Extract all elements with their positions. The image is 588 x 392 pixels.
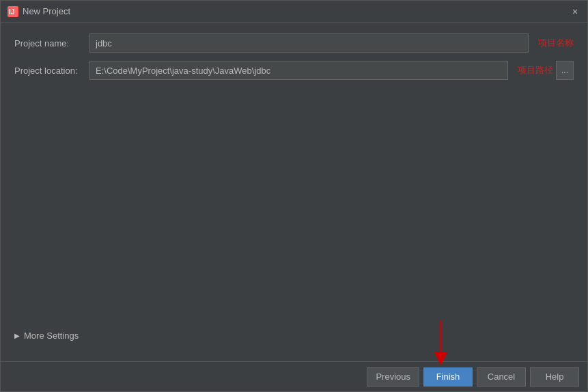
- spacer: [14, 88, 574, 326]
- dialog-content: Project name: 项目名称 Project location: 项目路…: [1, 23, 587, 361]
- title-bar-left: IJ New Project: [8, 6, 70, 17]
- more-settings[interactable]: ▶ More Settings: [14, 326, 574, 345]
- footer: Previous Finish Cancel Help: [1, 361, 587, 391]
- project-name-label: Project name:: [14, 38, 89, 48]
- help-button[interactable]: Help: [530, 367, 579, 387]
- project-location-input[interactable]: [89, 61, 508, 80]
- finish-button[interactable]: Finish: [423, 367, 473, 387]
- project-name-input[interactable]: [89, 33, 529, 53]
- project-name-row: Project name: 项目名称: [14, 33, 574, 53]
- previous-button[interactable]: Previous: [367, 367, 419, 387]
- project-location-label: Project location:: [14, 66, 89, 76]
- project-location-row: Project location: 项目路径 ...: [14, 61, 574, 80]
- project-location-input-wrapper: 项目路径 ...: [89, 61, 574, 80]
- more-settings-arrow-icon: ▶: [14, 332, 20, 339]
- project-location-annotation: 项目路径: [518, 64, 553, 76]
- cancel-button[interactable]: Cancel: [477, 367, 526, 387]
- more-settings-label: More Settings: [24, 331, 79, 341]
- browse-button[interactable]: ...: [556, 61, 574, 80]
- new-project-dialog: IJ New Project × Project name: 项目名称 Proj…: [0, 0, 588, 392]
- svg-text:IJ: IJ: [9, 8, 14, 16]
- project-name-annotation: 项目名称: [538, 37, 574, 49]
- title-bar: IJ New Project ×: [1, 1, 587, 23]
- intellij-icon: IJ: [8, 6, 18, 17]
- close-button[interactable]: ×: [570, 6, 580, 17]
- project-name-input-wrapper: 项目名称: [89, 33, 574, 53]
- dialog-title: New Project: [23, 6, 70, 16]
